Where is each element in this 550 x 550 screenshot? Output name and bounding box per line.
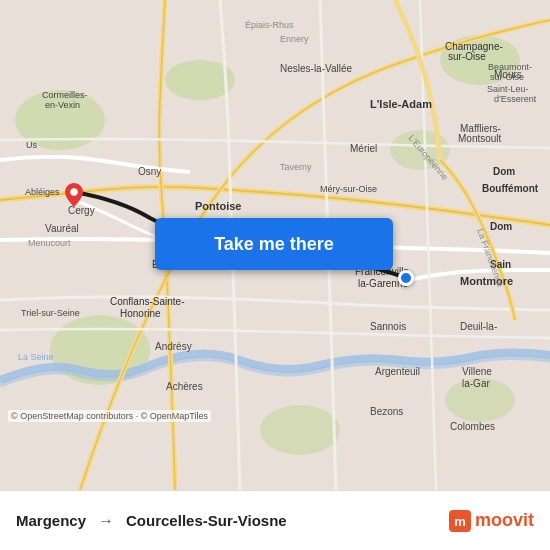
svg-text:Osny: Osny [138, 166, 161, 177]
svg-text:Épiais-Rhus: Épiais-Rhus [245, 20, 294, 30]
svg-text:Sannois: Sannois [370, 321, 406, 332]
svg-text:d'Esserent: d'Esserent [494, 94, 537, 104]
arrow-icon: → [98, 512, 114, 530]
svg-text:Nesles-la-Vallée: Nesles-la-Vallée [280, 63, 353, 74]
svg-text:la-Gar: la-Gar [462, 378, 490, 389]
svg-text:Conflans-Sainte-: Conflans-Sainte- [110, 296, 184, 307]
moovit-logo-icon: m [449, 510, 471, 532]
svg-point-6 [260, 405, 340, 455]
svg-text:Ennery: Ennery [280, 34, 309, 44]
svg-text:L'Isle-Adam: L'Isle-Adam [370, 98, 432, 110]
svg-text:Us: Us [26, 140, 37, 150]
svg-text:sur-Oise: sur-Oise [490, 72, 524, 82]
svg-text:Dom: Dom [493, 166, 515, 177]
svg-point-57 [70, 188, 78, 196]
svg-text:Méry-sur-Oise: Méry-sur-Oise [320, 184, 377, 194]
svg-text:Saint-Leu-: Saint-Leu- [487, 84, 529, 94]
svg-text:m: m [454, 514, 466, 529]
svg-text:Deuil-la-: Deuil-la- [460, 321, 497, 332]
svg-text:Mériel: Mériel [350, 143, 377, 154]
svg-text:Achères: Achères [166, 381, 203, 392]
bottom-bar: Margency → Courcelles-Sur-Viosne m moovi… [0, 490, 550, 550]
take-me-there-button[interactable]: Take me there [155, 218, 393, 270]
destination-label: Courcelles-Sur-Viosne [126, 512, 287, 529]
svg-text:Beaumont-: Beaumont- [488, 62, 532, 72]
svg-text:La Seine: La Seine [18, 352, 54, 362]
svg-text:Montsoult: Montsoult [458, 133, 502, 144]
svg-text:sur-Oise: sur-Oise [448, 51, 486, 62]
origin-label: Margency [16, 512, 86, 529]
svg-text:Taverny: Taverny [280, 162, 312, 172]
moovit-text: moovit [475, 510, 534, 531]
svg-text:Triel-sur-Seine: Triel-sur-Seine [21, 308, 80, 318]
svg-text:en-Vexin: en-Vexin [45, 100, 80, 110]
map-copyright: © OpenStreetMap contributors · © OpenMap… [8, 410, 211, 422]
svg-text:Villene: Villene [462, 366, 492, 377]
origin-pin [65, 183, 83, 201]
svg-text:Menucourt: Menucourt [28, 238, 71, 248]
svg-text:Bezons: Bezons [370, 406, 403, 417]
svg-text:Bouffémont: Bouffémont [482, 183, 539, 194]
moovit-logo: m moovit [449, 510, 534, 532]
svg-text:Pontoise: Pontoise [195, 200, 241, 212]
svg-text:Abléiges: Abléiges [25, 187, 60, 197]
svg-text:Vauréal: Vauréal [45, 223, 79, 234]
map-container: Cormeilles- en-Vexin Nesles-la-Vallée L'… [0, 0, 550, 490]
svg-text:Cormeilles-: Cormeilles- [42, 90, 88, 100]
svg-text:Honorine: Honorine [120, 308, 161, 319]
svg-text:Argenteuil: Argenteuil [375, 366, 420, 377]
svg-text:Colombes: Colombes [450, 421, 495, 432]
svg-text:Andrésy: Andrésy [155, 341, 192, 352]
svg-text:Dom: Dom [490, 221, 512, 232]
destination-dot [398, 270, 414, 286]
